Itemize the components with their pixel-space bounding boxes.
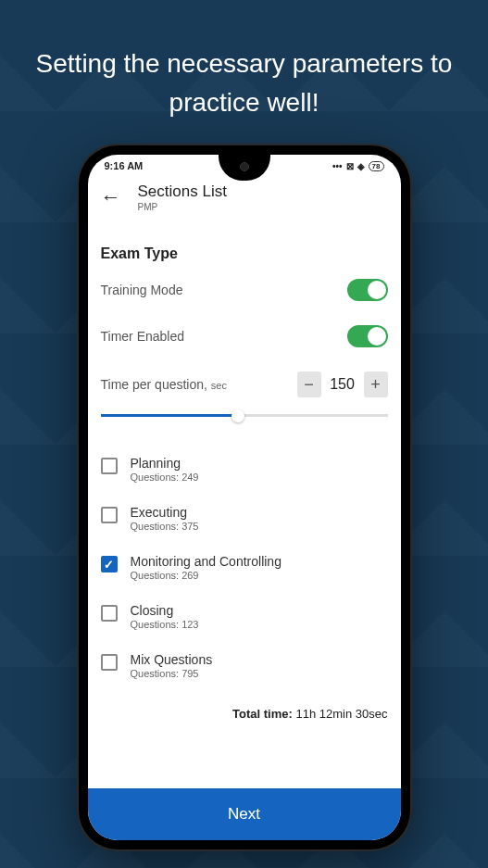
page-subtitle: PMP <box>138 202 227 212</box>
section-item[interactable]: Mix QuestionsQuestions: 795 <box>101 641 388 690</box>
app-header: ← Sections List PMP <box>88 173 401 225</box>
training-mode-toggle[interactable] <box>347 279 388 301</box>
timer-enabled-toggle[interactable] <box>347 325 388 347</box>
battery-icon: 78 <box>369 161 384 171</box>
section-count: Questions: 795 <box>131 668 213 679</box>
stepper-value: 150 <box>321 376 364 393</box>
time-stepper: − 150 + <box>297 371 388 397</box>
stepper-increase-button[interactable]: + <box>364 371 388 397</box>
section-item[interactable]: Monitoring and ControllingQuestions: 269 <box>101 543 388 592</box>
section-checkbox[interactable] <box>101 556 118 572</box>
more-icon: ••• <box>332 161 343 171</box>
stepper-decrease-button[interactable]: − <box>297 371 321 397</box>
total-time: Total time: 11h 12min 30sec <box>101 707 388 721</box>
section-name: Mix Questions <box>131 652 213 667</box>
section-count: Questions: 269 <box>131 570 282 581</box>
section-item[interactable]: ExecutingQuestions: 375 <box>101 494 388 543</box>
phone-frame: 9:16 AM ••• ⊠ ◈ 78 ← Sections List PMP E… <box>79 145 410 849</box>
section-name: Planning <box>131 456 199 471</box>
promo-heading: Setting the necessary parameters to prac… <box>0 0 488 122</box>
training-mode-label: Training Mode <box>101 283 183 297</box>
section-checkbox[interactable] <box>101 507 118 523</box>
timer-enabled-label: Timer Enabled <box>101 329 185 344</box>
time-per-question-label: Time per question, sec <box>101 377 227 392</box>
section-checkbox[interactable] <box>101 458 118 474</box>
status-time: 9:16 AM <box>105 160 144 171</box>
section-checkbox[interactable] <box>101 654 118 671</box>
section-item[interactable]: ClosingQuestions: 123 <box>101 592 388 641</box>
wifi-icon: ◈ <box>357 161 365 171</box>
section-item[interactable]: PlanningQuestions: 249 <box>101 445 388 494</box>
back-button[interactable]: ← <box>101 185 121 209</box>
section-name: Executing <box>131 505 199 520</box>
section-name: Closing <box>131 603 199 618</box>
time-slider[interactable] <box>101 414 388 417</box>
nosim-icon: ⊠ <box>346 161 354 171</box>
section-checkbox[interactable] <box>101 605 118 622</box>
section-count: Questions: 249 <box>131 472 199 483</box>
section-name: Monitoring and Controlling <box>131 554 282 569</box>
next-button[interactable]: Next <box>88 788 401 840</box>
section-count: Questions: 123 <box>131 619 199 630</box>
slider-thumb[interactable] <box>231 409 244 422</box>
section-count: Questions: 375 <box>131 521 199 532</box>
page-title: Sections List <box>138 182 227 201</box>
section-heading: Exam Type <box>101 245 388 262</box>
